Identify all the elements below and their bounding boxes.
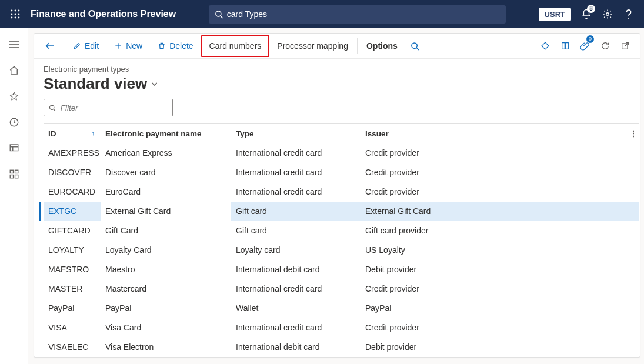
card-numbers-label: Card numbers xyxy=(209,41,262,51)
nav-workspaces[interactable] xyxy=(2,136,26,160)
quick-filter[interactable] xyxy=(44,99,173,116)
cell-id[interactable]: DISCOVER xyxy=(44,163,101,182)
column-header-name[interactable]: Electronic payment name xyxy=(101,124,231,143)
delete-button[interactable]: Delete xyxy=(150,36,201,55)
table-row[interactable]: AMEXPRESSAmerican ExpressInternational c… xyxy=(44,143,639,163)
cell-id[interactable]: MAESTRO xyxy=(44,260,101,279)
nav-expand-button[interactable] xyxy=(2,33,26,56)
cell-type[interactable]: International credit card xyxy=(231,279,361,299)
cell-name[interactable]: Gift Card xyxy=(101,221,231,241)
cell-name[interactable]: External Gift Card xyxy=(101,202,231,221)
table-row[interactable]: EXTGCExternal Gift CardGift cardExternal… xyxy=(44,202,639,221)
cell-id[interactable]: EXTGC xyxy=(44,202,101,221)
cell-issuer[interactable]: Debit provider xyxy=(361,260,625,279)
new-button[interactable]: New xyxy=(106,36,150,55)
column-header-id[interactable]: ID↑ xyxy=(44,124,101,143)
table-row[interactable]: MAESTROMaestroInternational debit cardDe… xyxy=(44,260,639,279)
attachments-button[interactable]: 0 xyxy=(575,36,595,55)
cell-name[interactable]: EuroCard xyxy=(101,182,231,202)
view-selector[interactable]: Standard view xyxy=(44,75,630,93)
global-search-input[interactable] xyxy=(223,9,500,19)
nav-recent[interactable] xyxy=(2,111,26,134)
cell-name[interactable]: Loyalty Card xyxy=(101,241,231,260)
cell-id[interactable]: GIFTCARD xyxy=(44,221,101,241)
quick-filter-input[interactable] xyxy=(59,103,168,113)
back-button[interactable] xyxy=(38,36,62,55)
cell-name[interactable]: PayPal xyxy=(101,299,231,318)
cell-issuer[interactable]: Credit provider xyxy=(361,163,625,182)
popout-button[interactable] xyxy=(615,36,635,55)
column-options-button[interactable]: ⋮ xyxy=(625,124,639,143)
cell-issuer[interactable]: Credit provider xyxy=(361,318,625,338)
options-button[interactable]: Options xyxy=(359,36,405,55)
open-new-window-button[interactable] xyxy=(555,36,575,55)
book-icon xyxy=(560,41,570,51)
cell-name[interactable]: American Express xyxy=(101,143,231,163)
help-button[interactable] xyxy=(618,0,639,28)
cell-type[interactable]: International debit card xyxy=(231,260,361,279)
cell-id[interactable]: EUROCARD xyxy=(44,182,101,202)
related-info-button[interactable] xyxy=(535,36,555,55)
cell-type[interactable]: Loyalty card xyxy=(231,241,361,260)
page-search-button[interactable] xyxy=(405,36,425,55)
cell-issuer[interactable]: Credit provider xyxy=(361,143,625,163)
app-launcher-button[interactable] xyxy=(2,0,28,28)
cell-id[interactable]: LOYALTY xyxy=(44,241,101,260)
cell-name[interactable]: Maestro xyxy=(101,260,231,279)
table-row[interactable]: DISCOVERDiscover cardInternational credi… xyxy=(44,163,639,182)
new-label: New xyxy=(126,41,142,51)
cell-type[interactable]: Wallet xyxy=(231,299,361,318)
svg-line-31 xyxy=(54,109,55,111)
cell-issuer[interactable]: Credit provider xyxy=(361,182,625,202)
column-header-issuer[interactable]: Issuer xyxy=(361,124,625,143)
cell-type[interactable]: Gift card xyxy=(231,202,361,221)
cell-issuer[interactable]: PayPal xyxy=(361,299,625,318)
table-row[interactable]: PayPalPayPalWalletPayPal xyxy=(44,299,639,318)
nav-favorites[interactable] xyxy=(2,85,26,108)
cell-type[interactable]: International debit card xyxy=(231,338,361,357)
cell-id[interactable]: AMEXPRESS xyxy=(44,143,101,163)
cell-id[interactable]: VISAELEC xyxy=(44,338,101,357)
electronic-payment-grid[interactable]: ID↑ Electronic payment name Type Issuer … xyxy=(44,123,639,357)
cell-issuer[interactable]: US Loyalty xyxy=(361,241,625,260)
refresh-button[interactable] xyxy=(595,36,615,55)
cell-issuer[interactable]: Debit provider xyxy=(361,338,625,357)
edit-button[interactable]: Edit xyxy=(65,36,106,55)
cell-type[interactable]: Gift card xyxy=(231,221,361,241)
settings-button[interactable] xyxy=(597,0,618,28)
cell-type[interactable]: International credit card xyxy=(231,318,361,338)
cell-name[interactable]: Discover card xyxy=(101,163,231,182)
attachments-badge: 0 xyxy=(586,35,594,43)
table-row[interactable]: GIFTCARDGift CardGift cardGift card prov… xyxy=(44,221,639,241)
cell-issuer[interactable]: Gift card provider xyxy=(361,221,625,241)
cell-id[interactable]: MASTER xyxy=(44,279,101,299)
column-header-type[interactable]: Type xyxy=(231,124,361,143)
card-numbers-button[interactable]: Card numbers xyxy=(201,35,270,57)
cell-name[interactable]: Visa Electron xyxy=(101,338,231,357)
cell-name[interactable]: Mastercard xyxy=(101,279,231,299)
svg-rect-20 xyxy=(10,170,13,173)
cell-id[interactable]: PayPal xyxy=(44,299,101,318)
processor-mapping-button[interactable]: Processor mapping xyxy=(269,36,356,55)
cell-name[interactable]: Visa Card xyxy=(101,318,231,338)
delete-label: Delete xyxy=(169,41,193,51)
cell-type[interactable]: International credit card xyxy=(231,163,361,182)
nav-modules[interactable] xyxy=(2,162,26,186)
cell-issuer[interactable]: Credit provider xyxy=(361,279,625,299)
table-row[interactable]: VISAVisa CardInternational credit cardCr… xyxy=(44,318,639,338)
svg-point-11 xyxy=(606,13,609,16)
cell-id[interactable]: VISA xyxy=(44,318,101,338)
table-row[interactable]: MASTERMastercardInternational credit car… xyxy=(44,279,639,299)
search-icon xyxy=(215,10,223,19)
notifications-button[interactable]: 8 xyxy=(576,0,597,28)
svg-point-5 xyxy=(18,14,20,15)
nav-home[interactable] xyxy=(2,59,26,82)
cell-issuer[interactable]: External Gift Card xyxy=(361,202,625,221)
table-row[interactable]: VISAELECVisa ElectronInternational debit… xyxy=(44,338,639,357)
cell-type[interactable]: International credit card xyxy=(231,182,361,202)
environment-selector[interactable]: USRT xyxy=(539,8,571,21)
global-search[interactable] xyxy=(209,5,506,24)
table-row[interactable]: LOYALTYLoyalty CardLoyalty cardUS Loyalt… xyxy=(44,241,639,260)
cell-type[interactable]: International credit card xyxy=(231,143,361,163)
table-row[interactable]: EUROCARDEuroCardInternational credit car… xyxy=(44,182,639,202)
